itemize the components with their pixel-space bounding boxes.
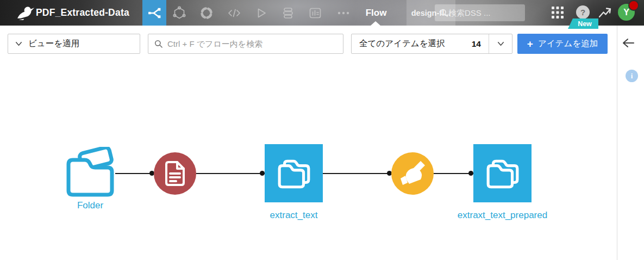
chevron-down-icon — [497, 40, 505, 48]
lab-molecule-icon — [172, 6, 186, 20]
donut-ring-icon — [199, 6, 214, 20]
edge-extract-to-prepare — [323, 173, 391, 174]
plus-icon: + — [527, 39, 533, 49]
double-folder-icon — [277, 158, 311, 189]
jobs-stack-icon — [281, 6, 295, 20]
flow-branch-icon — [147, 6, 161, 20]
new-feature-badge: New — [568, 18, 598, 29]
edge-dot — [468, 171, 473, 176]
broom-icon — [397, 158, 428, 189]
play-triangle-icon — [254, 6, 268, 20]
node-label[interactable]: extraxt_text_prepared — [433, 210, 572, 221]
edge-recipe-to-extract — [196, 173, 265, 174]
search-icon — [439, 8, 448, 17]
chevron-down-icon — [15, 40, 23, 48]
nav-more-button[interactable] — [332, 0, 355, 26]
top-navigation-bar: PDF_Extracted-Data — [0, 0, 644, 26]
grid-apps-icon — [551, 5, 565, 20]
nav-lab-button[interactable] — [167, 0, 191, 26]
dss-global-search[interactable] — [435, 4, 525, 21]
more-ellipsis-icon — [336, 6, 351, 20]
collapse-panel-button[interactable] — [622, 38, 635, 48]
select-all-label: 全てのアイテムを選択 — [352, 38, 445, 49]
activity-trend-button[interactable] — [597, 5, 612, 21]
dashboard-chart-icon — [308, 6, 322, 20]
trending-up-arrow-icon — [598, 6, 612, 20]
edge-prepare-to-prepared — [434, 173, 473, 174]
search-icon — [154, 39, 163, 48]
node-folder-input[interactable] — [64, 147, 116, 197]
add-item-label: アイテムを追加 — [538, 38, 598, 49]
select-options-chevron[interactable] — [489, 40, 512, 48]
apply-view-label: ビューを適用 — [28, 38, 79, 49]
nav-catalog-button[interactable] — [195, 0, 218, 26]
nav-run-button[interactable] — [249, 0, 273, 26]
global-search-input[interactable] — [448, 8, 521, 17]
apps-grid-button[interactable] — [550, 5, 565, 20]
flow-search-input[interactable] — [167, 39, 337, 48]
arrow-left-icon — [622, 38, 635, 48]
code-brackets-icon — [227, 6, 241, 20]
notification-dot[interactable] — [628, 0, 639, 11]
info-button[interactable]: i — [626, 70, 638, 82]
node-dataset-extract-text[interactable] — [265, 144, 323, 202]
edge-dot — [260, 171, 265, 176]
apply-view-dropdown[interactable]: ビューを適用 — [8, 34, 140, 54]
node-label[interactable]: extract_text — [251, 210, 336, 221]
help-button[interactable]: ? — [576, 5, 590, 19]
nav-jobs-button[interactable] — [276, 0, 300, 26]
edge-folder-to-recipe — [115, 173, 154, 174]
node-recipe-prepare[interactable] — [391, 152, 434, 195]
node-label[interactable]: Folder — [64, 200, 116, 211]
add-item-button[interactable]: + アイテムを追加 — [517, 34, 608, 54]
nav-dashboards-button[interactable] — [303, 0, 327, 26]
nav-flow-active-tab[interactable] — [142, 0, 166, 26]
select-all-items-control[interactable]: 全てのアイテムを選択 14 — [351, 34, 512, 54]
dataiku-bird-logo-icon[interactable] — [15, 3, 35, 23]
active-page-caret — [371, 21, 380, 26]
right-panel-divider — [617, 26, 617, 260]
flow-search-box[interactable] — [148, 34, 343, 54]
double-folder-icon — [485, 158, 520, 189]
nav-code-button[interactable] — [222, 0, 246, 26]
project-title[interactable]: PDF_Extracted-Data — [36, 0, 129, 26]
document-icon — [163, 160, 187, 187]
node-recipe-extract[interactable] — [154, 152, 196, 195]
node-dataset-extraxt-text-prepared[interactable] — [473, 144, 532, 202]
item-count-badge: 14 — [472, 39, 489, 49]
